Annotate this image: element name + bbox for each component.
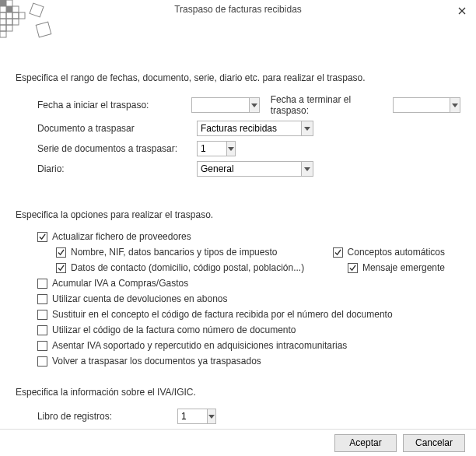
dialog-title: Traspaso de facturas recibidas (174, 4, 302, 15)
c3-checkbox[interactable] (37, 310, 47, 320)
sub1-checkbox[interactable] (56, 247, 66, 258)
serie-label: Serie de documentos a traspasar: (37, 143, 197, 154)
sub1-label: Nombre, NIF, datos bancarios y tipos de … (71, 247, 277, 258)
diario-combo[interactable] (197, 161, 313, 177)
svg-marker-20 (452, 103, 458, 107)
close-button[interactable] (453, 3, 471, 19)
serie-combo[interactable] (197, 141, 236, 156)
section3-heading: Especifica la información sobre el IVA/I… (16, 387, 460, 398)
serie-input[interactable] (198, 142, 226, 156)
svg-marker-21 (304, 127, 310, 131)
end-date-input[interactable] (394, 98, 450, 112)
cancel-button[interactable]: Cancelar (403, 434, 465, 452)
end-date-combo[interactable] (393, 97, 460, 113)
auto-concepts-checkbox[interactable] (333, 247, 343, 258)
c6-label: Volver a traspasar los documentos ya tra… (52, 356, 261, 367)
popup-msg-label: Mensaje emergente (362, 262, 445, 273)
section1-heading: Especifica el rango de fechas, documento… (16, 72, 460, 83)
diario-label: Diario: (37, 163, 197, 174)
sub2-label: Datos de contacto (domicilio, código pos… (71, 262, 304, 273)
diario-input[interactable] (198, 162, 301, 176)
c5-checkbox[interactable] (37, 341, 47, 351)
c2-label: Utilizar cuenta de devoluciones en abono… (52, 293, 227, 304)
auto-concepts-label: Conceptos automáticos (348, 247, 445, 258)
doc-combo[interactable] (197, 121, 313, 136)
doc-input[interactable] (198, 121, 301, 135)
c4-checkbox[interactable] (37, 325, 47, 335)
accept-button[interactable]: Aceptar (334, 434, 397, 452)
c3-label: Sustituir en el concepto el código de fa… (52, 309, 393, 320)
update-providers-label: Actualizar fichero de proveedores (52, 231, 191, 242)
c6-checkbox[interactable] (37, 356, 47, 367)
c1-checkbox[interactable] (37, 279, 47, 289)
svg-marker-23 (304, 167, 310, 171)
titlebar: Traspaso de facturas recibidas (0, 0, 476, 18)
c2-checkbox[interactable] (37, 294, 47, 304)
c1-label: Acumular IVA a Compras/Gastos (52, 278, 188, 289)
dialog-footer: Aceptar Cancelar (0, 429, 476, 456)
end-date-label: Fecha a terminar el traspaso: (271, 94, 388, 116)
chevron-down-icon[interactable] (207, 409, 215, 423)
libro-input[interactable] (178, 409, 207, 423)
chevron-down-icon[interactable] (226, 142, 235, 156)
chevron-down-icon[interactable] (450, 98, 460, 112)
svg-marker-19 (251, 103, 257, 107)
dialog-window: Traspaso de facturas recibidas Especific… (0, 0, 476, 456)
chevron-down-icon[interactable] (249, 98, 259, 112)
libro-label: Libro de registros: (37, 411, 177, 422)
dialog-content: Especifica el rango de fechas, documento… (0, 18, 476, 429)
chevron-down-icon[interactable] (301, 162, 313, 176)
start-date-combo[interactable] (191, 97, 259, 113)
start-date-label: Fecha a iniciar el traspaso: (37, 100, 191, 110)
sub2-checkbox[interactable] (56, 263, 66, 273)
c5-label: Asentar IVA soportado y repercutido en a… (52, 340, 347, 351)
doc-label: Documento a traspasar (37, 123, 197, 134)
libro-combo[interactable] (177, 409, 216, 424)
close-icon (458, 7, 466, 15)
svg-marker-22 (228, 147, 234, 151)
section2-heading: Especifica la opciones para realizar el … (16, 209, 460, 220)
update-providers-checkbox[interactable] (37, 232, 47, 242)
start-date-input[interactable] (192, 98, 248, 112)
c4-label: Utilizar el código de la factura como nú… (52, 324, 296, 335)
popup-msg-checkbox[interactable] (348, 263, 358, 273)
svg-marker-24 (208, 415, 215, 419)
chevron-down-icon[interactable] (301, 121, 313, 135)
